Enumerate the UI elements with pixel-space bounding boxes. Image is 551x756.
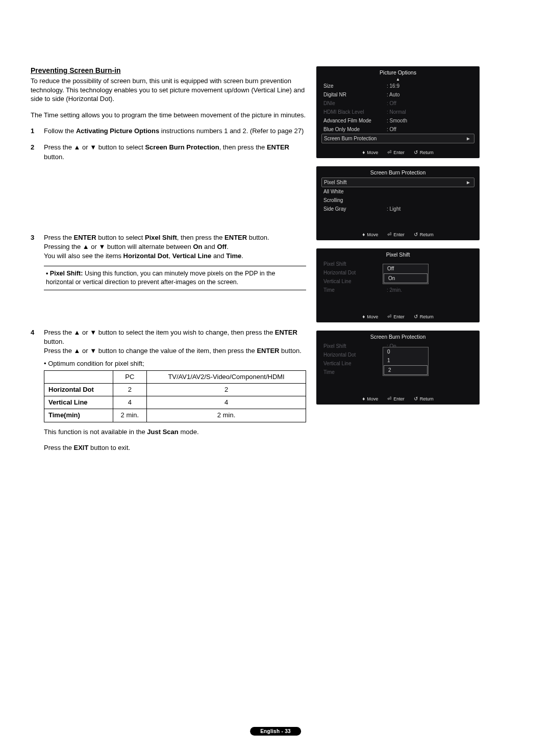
page-footer: English - 33 xyxy=(250,727,301,736)
osd-row-value: : Off xyxy=(387,127,396,132)
osd-row-label: Vertical Line xyxy=(323,361,385,366)
osd-screenshots: Picture Options ▲ Size: 16:9Digital NR: … xyxy=(316,66,480,462)
enter-icon: ⏎ xyxy=(387,396,391,401)
osd-screen-burn-2: Screen Burn Protection Pixel Shift: OnHo… xyxy=(316,331,480,405)
osd-row-label: Digital NR xyxy=(323,92,385,97)
osd-row-label: Pixel Shift xyxy=(323,261,385,267)
step-1: 1 Follow the Activating Picture Options … xyxy=(31,127,306,136)
osd-row: Pixel Shift► xyxy=(321,178,474,187)
enter-icon: ⏎ xyxy=(387,149,391,155)
step-number: 1 xyxy=(31,127,39,136)
osd-footer: ♦Move ⏎Enter ↺Return xyxy=(316,229,480,239)
table-row: Time(min) 2 min. 2 min. xyxy=(44,409,306,422)
osd-pixel-shift: Pixel Shift Pixel ShiftHorizontal DotVer… xyxy=(316,248,480,322)
osd-title: Pixel Shift xyxy=(316,248,480,260)
return-icon: ↺ xyxy=(414,396,418,401)
osd-row-value: : 16:9 xyxy=(387,83,399,89)
osd-popup: OffOn xyxy=(383,264,429,284)
note-box: • Pixel Shift: Using this function, you … xyxy=(44,266,306,290)
section-title: Preventing Screen Burn-in xyxy=(31,66,306,74)
osd-row-label: Horizontal Dot xyxy=(323,270,385,275)
move-icon: ♦ xyxy=(362,149,365,155)
osd-row: Scrolling xyxy=(321,196,474,205)
osd-row: Screen Burn Protection► xyxy=(321,134,474,143)
popup-option: Off xyxy=(383,264,428,273)
osd-row-label: Advanced Film Mode xyxy=(323,118,385,123)
exit-note: Press the EXIT button to exit. xyxy=(44,443,306,452)
osd-row-value: : Auto xyxy=(387,92,400,97)
enter-icon: ⏎ xyxy=(387,232,391,237)
osd-row-label: Pixel Shift xyxy=(323,343,385,349)
return-icon: ↺ xyxy=(414,232,418,237)
step-number: 3 xyxy=(31,233,39,261)
osd-row: Size: 16:9 xyxy=(321,82,474,90)
osd-row-label: HDMI Black Level xyxy=(323,109,385,115)
instruction-text: Preventing Screen Burn-in To reduce the … xyxy=(31,66,306,462)
osd-row-label: Blue Only Mode xyxy=(323,127,385,132)
return-icon: ↺ xyxy=(414,149,418,155)
osd-row-label: Time xyxy=(323,287,385,293)
scroll-up-icon: ▲ xyxy=(316,78,480,82)
intro-2: The Time setting allows you to program t… xyxy=(31,111,306,120)
osd-row-label: Horizontal Dot xyxy=(323,352,385,358)
osd-row-label: Pixel Shift xyxy=(324,180,385,185)
osd-row-value: : Normal xyxy=(387,109,406,115)
move-icon: ♦ xyxy=(362,314,365,319)
return-icon: ↺ xyxy=(414,314,418,319)
chevron-right-icon: ► xyxy=(466,136,471,141)
chevron-right-icon: ► xyxy=(466,180,471,185)
popup-option: 2 xyxy=(384,365,428,375)
osd-row-label: Time xyxy=(323,369,385,375)
osd-row-label: Side Gray xyxy=(323,206,385,212)
intro-1: To reduce the possibility of screen burn… xyxy=(31,77,306,104)
osd-row: DNIe: Off xyxy=(321,99,474,108)
osd-title: Screen Burn Protection xyxy=(316,331,480,342)
step-3: 3 Press the ENTER button to select Pixel… xyxy=(31,233,306,261)
osd-picture-options: Picture Options ▲ Size: 16:9Digital NR: … xyxy=(316,66,480,158)
osd-screen-burn: Screen Burn Protection Pixel Shift►All W… xyxy=(316,166,480,240)
osd-title: Screen Burn Protection xyxy=(316,166,480,178)
step-4: 4 Press the ▲ or ▼ button to select the … xyxy=(31,328,306,460)
osd-row-value: : Off xyxy=(387,100,396,106)
osd-row-label: Screen Burn Protection xyxy=(324,136,385,141)
osd-title: Picture Options xyxy=(316,66,480,78)
osd-row: Blue Only Mode: Off xyxy=(321,125,474,134)
osd-row-label: All White xyxy=(323,189,385,194)
move-icon: ♦ xyxy=(362,232,365,237)
step-number: 2 xyxy=(31,143,39,161)
osd-row-label: Size xyxy=(323,83,385,89)
step-number: 4 xyxy=(31,328,39,460)
optimum-label: • Optimum condition for pixel shift; xyxy=(44,359,306,368)
osd-footer: ♦Move ⏎Enter ↺Return xyxy=(316,311,480,321)
osd-row-value: : 2min. xyxy=(387,287,402,293)
osd-row-label: DNIe xyxy=(323,100,385,106)
osd-row: Side Gray: Light xyxy=(321,205,474,213)
osd-row: HDMI Black Level: Normal xyxy=(321,108,474,116)
table-row: Vertical Line 4 4 xyxy=(44,396,306,409)
osd-row: All White xyxy=(321,187,474,196)
just-scan-note: This function is not available in the Ju… xyxy=(44,427,306,437)
step-2: 2 Press the ▲ or ▼ button to select Scre… xyxy=(31,143,306,161)
move-icon: ♦ xyxy=(362,396,365,401)
osd-row: Digital NR: Auto xyxy=(321,90,474,99)
optimum-table: PC TV/AV1/AV2/S-Video/Component/HDMI Hor… xyxy=(44,370,306,422)
osd-row-value: : Smooth xyxy=(387,118,407,123)
osd-row-label: Scrolling xyxy=(323,197,385,203)
osd-row-value: : Light xyxy=(387,206,400,212)
osd-row-label: Vertical Line xyxy=(323,279,385,284)
osd-row: Advanced Film Mode: Smooth xyxy=(321,116,474,125)
popup-option: 1 xyxy=(383,356,428,365)
osd-footer: ♦Move ⏎Enter ↺Return xyxy=(316,146,480,157)
popup-option: 0 xyxy=(383,347,428,356)
osd-footer: ♦Move ⏎Enter ↺Return xyxy=(316,393,480,404)
osd-row: Time: 2min. xyxy=(321,286,474,294)
osd-popup: 012 xyxy=(383,347,429,376)
enter-icon: ⏎ xyxy=(387,314,391,319)
popup-option: On xyxy=(384,273,428,283)
table-row: Horizontal Dot 2 2 xyxy=(44,384,306,396)
